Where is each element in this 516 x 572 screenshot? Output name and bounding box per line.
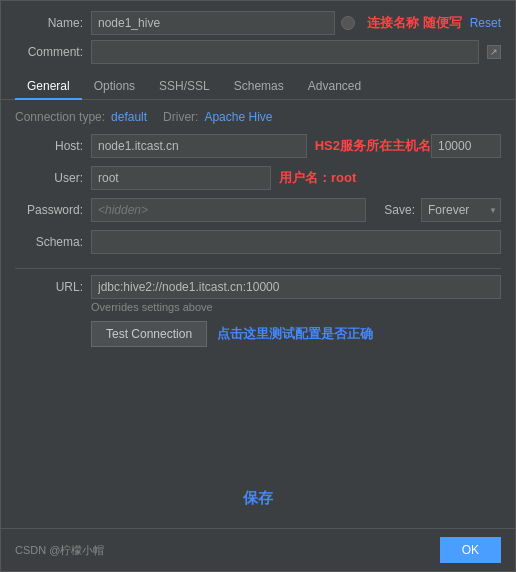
tab-sshssl[interactable]: SSH/SSL	[147, 74, 222, 100]
dialog-header: Name: 连接名称 随便写 Reset Comment: ↗	[1, 1, 515, 70]
test-annotation: 点击这里测试配置是否正确	[217, 325, 373, 343]
host-row: Host: HS2服务所在主机名	[15, 134, 501, 158]
schema-row: Schema:	[15, 230, 501, 254]
host-input[interactable]	[91, 134, 307, 158]
host-label: Host:	[15, 139, 83, 153]
save-annotation: 保存	[15, 489, 501, 508]
csdn-credit: CSDN @柠檬小帽	[15, 543, 104, 558]
schema-input[interactable]	[91, 230, 501, 254]
ok-button[interactable]: OK	[440, 537, 501, 563]
tab-content-general: Connection type: default Driver: Apache …	[1, 100, 515, 528]
host-input-wrap: HS2服务所在主机名	[91, 134, 501, 158]
host-annotation: HS2服务所在主机名	[315, 137, 431, 155]
connection-dialog: Name: 连接名称 随便写 Reset Comment: ↗ General …	[0, 0, 516, 572]
comment-label: Comment:	[15, 45, 83, 59]
expand-icon[interactable]: ↗	[487, 45, 501, 59]
user-row: User: 用户名：root	[15, 166, 501, 190]
save-select-wrap: Forever Session Never	[421, 198, 501, 222]
name-row: Name: 连接名称 随便写 Reset	[15, 11, 501, 35]
user-input[interactable]	[91, 166, 271, 190]
dialog-footer: CSDN @柠檬小帽 OK	[1, 528, 515, 571]
url-row: URL:	[15, 275, 501, 299]
port-input[interactable]	[431, 134, 501, 158]
save-wrap: Save: Forever Session Never	[384, 198, 501, 222]
conn-type-label: Connection type:	[15, 110, 105, 124]
password-input[interactable]	[91, 198, 366, 222]
name-label: Name:	[15, 16, 83, 30]
comment-row: Comment: ↗	[15, 40, 501, 64]
comment-input[interactable]	[91, 40, 479, 64]
name-input-wrap: 连接名称 随便写	[91, 11, 462, 35]
user-label: User:	[15, 171, 83, 185]
conn-type-value[interactable]: default	[111, 110, 147, 124]
user-annotation: 用户名：root	[279, 169, 356, 187]
connection-type-row: Connection type: default Driver: Apache …	[15, 110, 501, 124]
tab-schemas[interactable]: Schemas	[222, 74, 296, 100]
save-label: Save:	[384, 203, 415, 217]
tab-general[interactable]: General	[15, 74, 82, 100]
divider	[15, 268, 501, 269]
tabs-bar: General Options SSH/SSL Schemas Advanced	[1, 74, 515, 100]
name-annotation: 连接名称 随便写	[367, 14, 462, 32]
url-label: URL:	[15, 280, 83, 294]
save-select[interactable]: Forever Session Never	[421, 198, 501, 222]
reset-link[interactable]: Reset	[470, 16, 501, 30]
tab-advanced[interactable]: Advanced	[296, 74, 373, 100]
overrides-text: Overrides settings above	[91, 301, 501, 313]
password-label: Password:	[15, 203, 83, 217]
tab-options[interactable]: Options	[82, 74, 147, 100]
user-input-wrap: 用户名：root	[91, 166, 501, 190]
name-input[interactable]	[91, 11, 335, 35]
password-row: Password: Save: Forever Session Never	[15, 198, 501, 222]
driver-label: Driver:	[163, 110, 198, 124]
test-row: Test Connection 点击这里测试配置是否正确	[15, 321, 501, 347]
schema-label: Schema:	[15, 235, 83, 249]
name-status-icon	[341, 16, 355, 30]
driver-value[interactable]: Apache Hive	[204, 110, 272, 124]
test-connection-button[interactable]: Test Connection	[91, 321, 207, 347]
url-input[interactable]	[91, 275, 501, 299]
footer-area: 保存	[15, 347, 501, 518]
